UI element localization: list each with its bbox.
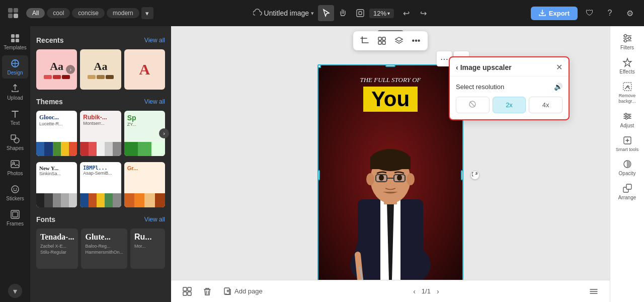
design-icon	[10, 58, 20, 68]
theme-card-6[interactable]: Gr...	[124, 162, 165, 207]
frame-tool-btn[interactable]	[352, 5, 368, 21]
canvas-title-box: You	[363, 87, 418, 112]
sidebar-item-text[interactable]: Text	[2, 106, 28, 129]
font-sub-3: Mor...	[134, 244, 161, 250]
sidebar-item-templates[interactable]: Templates	[2, 30, 28, 53]
tag-modern[interactable]: modern	[107, 8, 139, 18]
right-tool-effects[interactable]: Effects	[613, 54, 642, 78]
redo-btn[interactable]: ↪	[415, 5, 431, 21]
shapes-icon	[10, 134, 20, 144]
svg-rect-6	[11, 34, 15, 38]
fonts-view-all[interactable]: View all	[144, 216, 165, 223]
zoom-control[interactable]: 12% ▾	[369, 9, 394, 18]
svg-rect-68	[626, 184, 631, 189]
topbar-right: Export 🛡 ? ⚙	[531, 5, 638, 21]
crop-tool-btn[interactable]	[357, 33, 372, 48]
recent-card-2[interactable]: Aa	[80, 49, 121, 90]
resolution-none-btn[interactable]	[456, 97, 490, 113]
arrange-icon	[622, 183, 632, 193]
tag-concise[interactable]: concise	[72, 8, 105, 18]
sidebar-item-stickers[interactable]: Stickers	[2, 181, 28, 204]
handle-mid-top[interactable]	[385, 64, 395, 67]
left-nav-sidebar: Templates Design Upload Text	[0, 26, 30, 302]
hand-tool-btn[interactable]	[335, 5, 351, 21]
right-tool-opacity[interactable]: Opacity	[613, 156, 642, 179]
font-card-2[interactable]: Glute... Baloo-Reg...HammersmithOn...	[81, 229, 127, 269]
recent-card-1[interactable]: Aa ›	[36, 49, 77, 90]
sidebar-expand-btn[interactable]: ▾	[8, 284, 22, 298]
right-tool-filters[interactable]: Filters	[613, 30, 642, 53]
tag-all[interactable]: All	[26, 8, 45, 18]
canvas-subtitle: THE FULL STORY OF	[318, 76, 462, 85]
upscaler-back-btn[interactable]: ‹ Image upscaler	[456, 63, 512, 71]
zoom-caret-icon: ▾	[387, 11, 390, 16]
recent-card-3[interactable]: A	[124, 49, 165, 90]
canvas-wrapper: THE FULL STORY OF You	[317, 64, 463, 286]
themes-grid: Glooc... Lucette-R... Rubik-... Montserr…	[36, 111, 165, 156]
presentation-btn[interactable]	[586, 283, 602, 299]
select-resolution-label: Select resolution	[456, 83, 504, 91]
opacity-label: Opacity	[619, 171, 636, 176]
upscaler-title: Image upscaler	[460, 63, 512, 71]
file-title[interactable]: Untitled image ▾	[253, 9, 314, 18]
frame-icon	[356, 9, 365, 18]
handle-top-left[interactable]	[317, 64, 321, 68]
grid-tool-btn[interactable]	[374, 33, 389, 48]
theme-card-2[interactable]: Rubik-... Montserr...	[80, 111, 121, 156]
handle-mid-right[interactable]	[461, 170, 463, 180]
sidebar-item-design[interactable]: Design	[2, 55, 28, 79]
resolution-2x-btn[interactable]: 2x	[493, 97, 526, 113]
undo-btn[interactable]: ↩	[398, 5, 414, 21]
tag-cool[interactable]: cool	[47, 8, 70, 18]
right-tool-remove-bg[interactable]: Remove backgr...	[613, 79, 642, 107]
select-tool-btn[interactable]	[318, 5, 334, 21]
layers-tool-btn[interactable]	[391, 33, 407, 48]
recents-view-all[interactable]: View all	[144, 37, 165, 44]
shield-btn[interactable]: 🛡	[582, 5, 598, 21]
page-grid-btn[interactable]	[179, 283, 195, 299]
smart-tools-label: Smart tools	[616, 147, 639, 153]
prev-page-btn[interactable]: ‹	[411, 285, 418, 297]
delete-page-btn[interactable]	[199, 283, 215, 299]
help-btn[interactable]: ?	[602, 5, 618, 21]
recent-card-1-arrow[interactable]: ›	[66, 65, 75, 74]
right-tool-smart-tools[interactable]: Smart tools	[613, 132, 642, 156]
theme-card-4[interactable]: New Y... SinkinSa...	[36, 162, 77, 207]
canvas-frame[interactable]: THE FULL STORY OF You	[317, 64, 463, 286]
upscaler-close-btn[interactable]: ✕	[556, 62, 562, 72]
svg-rect-19	[13, 212, 18, 217]
sidebar-item-upload[interactable]: Upload	[2, 81, 28, 104]
add-page-btn[interactable]: Add page	[219, 285, 267, 297]
export-button[interactable]: Export	[531, 7, 578, 20]
topbar-center: Untitled image ▾ 12%	[157, 5, 527, 21]
svg-rect-9	[16, 39, 19, 42]
settings-btn[interactable]: ⚙	[622, 5, 638, 21]
themes-next-arrow[interactable]: ›	[159, 128, 169, 138]
font-card-1[interactable]: Tenada-... Zacbel X-E...Stilu-Regular	[36, 229, 78, 269]
more-options-btn[interactable]: •••	[409, 33, 424, 48]
resolution-4x-btn[interactable]: 4x	[529, 97, 562, 113]
canvas-text-area: THE FULL STORY OF You	[318, 76, 462, 112]
next-page-btn[interactable]: ›	[435, 285, 441, 297]
svg-rect-1	[14, 8, 18, 13]
sidebar-label-upload: Upload	[7, 95, 23, 101]
svg-rect-5	[359, 12, 362, 15]
resolution-info-icon[interactable]: 🔊	[554, 83, 562, 91]
themes-view-all[interactable]: View all	[144, 98, 165, 105]
rotate-icon	[472, 172, 478, 178]
handle-mid-left[interactable]	[317, 170, 320, 180]
sidebar-item-frames[interactable]: Frames	[2, 206, 28, 230]
theme-card-1[interactable]: Glooc... Lucette-R...	[36, 111, 77, 156]
tag-more-btn[interactable]: ▾	[141, 7, 153, 19]
svg-rect-49	[183, 292, 187, 295]
rotate-handle[interactable]	[470, 171, 479, 180]
theme-card-5[interactable]: IBMPl... Asap-SemiB...	[80, 162, 121, 207]
sidebar-item-photos[interactable]: Photos	[2, 156, 28, 179]
resolution-buttons: 2x 4x	[456, 97, 562, 113]
resolution-row: Select resolution 🔊	[456, 83, 562, 91]
right-tool-arrange[interactable]: Arrange	[613, 180, 642, 203]
sidebar-label-frames: Frames	[7, 221, 24, 226]
font-card-3[interactable]: Ru... Mor...	[130, 229, 165, 269]
sidebar-item-shapes[interactable]: Shapes	[2, 131, 28, 154]
right-tool-adjust[interactable]: Adjust	[613, 108, 642, 131]
